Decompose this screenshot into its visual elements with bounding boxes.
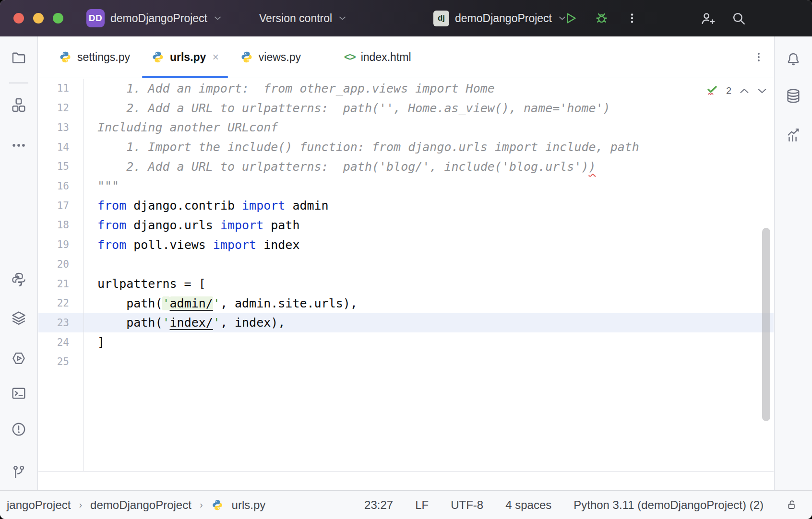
vcs-menu[interactable]: Version control: [259, 0, 346, 36]
code-line[interactable]: 14 1. Import the include() function: fro…: [38, 137, 774, 157]
code-text: 2. Add a URL to urlpatterns: path('blog/…: [84, 160, 596, 174]
python-file-icon: [211, 499, 224, 511]
more-actions-kebab-icon[interactable]: [624, 10, 640, 26]
breadcrumb-item[interactable]: demoDjangoProject: [90, 498, 191, 512]
tab-urls-py[interactable]: urls.py ×: [141, 36, 229, 78]
line-number[interactable]: 24: [38, 337, 84, 348]
search-everywhere-icon[interactable]: [730, 10, 747, 26]
tab-views-py[interactable]: views.py: [229, 36, 311, 78]
tab-label: index.html: [361, 51, 411, 64]
code-area: 11 1. Add an import: from other_app.view…: [38, 79, 774, 471]
editor-pane[interactable]: 11 1. Add an import: from other_app.view…: [38, 79, 774, 471]
project-menu[interactable]: DD demoDjangoProject: [86, 0, 221, 36]
problems-tool-icon[interactable]: [10, 420, 28, 438]
right-tool-window-bar: [774, 36, 812, 490]
code-line[interactable]: 11 1. Add an import: from other_app.view…: [38, 79, 774, 98]
code-line[interactable]: 24]: [38, 332, 774, 352]
code-line[interactable]: 19from poll.views import index: [38, 235, 774, 255]
python-interpreter-widget[interactable]: Python 3.11 (demoDjangoProject) (2): [573, 498, 764, 512]
code-with-me-add-user-icon[interactable]: [699, 10, 715, 26]
editor-tabbar: settings.py urls.py × views.py <> index.…: [38, 36, 774, 78]
code-line[interactable]: 13Including another URLconf: [38, 118, 774, 137]
django-run-badge: dj: [433, 11, 449, 26]
line-number[interactable]: 17: [38, 200, 84, 212]
version-control-tool-icon[interactable]: [10, 463, 28, 482]
database-tool-icon[interactable]: [784, 87, 802, 105]
tab-settings-py[interactable]: settings.py: [48, 36, 141, 78]
breadcrumb-item[interactable]: urls.py: [232, 498, 266, 512]
services-tool-icon[interactable]: [10, 349, 28, 367]
code-line[interactable]: 16""": [38, 177, 774, 196]
notifications-bell-icon[interactable]: [784, 50, 802, 68]
line-number[interactable]: 12: [38, 102, 84, 114]
statusbar-widgets: 23:27 LF UTF-8 4 spaces Python 3.11 (dem…: [364, 498, 798, 512]
breadcrumb: jangoProject › demoDjangoProject › urls.…: [7, 498, 265, 512]
toolbar-divider: [9, 83, 28, 83]
line-number[interactable]: 21: [38, 278, 84, 290]
run-button[interactable]: [562, 10, 579, 26]
project-tool-icon[interactable]: [10, 48, 28, 67]
unlocked-padlock-icon[interactable]: [786, 499, 798, 511]
code-line[interactable]: 23 path('index/', index),: [38, 313, 774, 333]
ide-window: DD demoDjangoProject Version control dj …: [0, 0, 812, 519]
minimize-window-button[interactable]: [33, 13, 44, 24]
previous-problem-chevron-up-icon[interactable]: [740, 88, 749, 94]
project-badge: DD: [86, 9, 105, 27]
code-line[interactable]: 20: [38, 254, 774, 274]
inspection-count: 2: [726, 85, 731, 96]
inspections-widget[interactable]: 2: [706, 83, 767, 98]
ai-assistant-chart-icon[interactable]: [784, 126, 802, 144]
code-text: 1. Import the include() function: from d…: [84, 140, 639, 154]
close-window-button[interactable]: [13, 13, 24, 24]
line-number[interactable]: 23: [38, 317, 84, 329]
code-line[interactable]: 21urlpatterns = [: [38, 274, 774, 294]
code-line[interactable]: 17from django.contrib import admin: [38, 196, 774, 215]
tab-label: settings.py: [77, 51, 130, 64]
tab-options-kebab-icon[interactable]: [752, 50, 766, 64]
code-line[interactable]: 18from django.urls import path: [38, 215, 774, 235]
zoom-window-button[interactable]: [53, 13, 63, 24]
encoding-widget[interactable]: UTF-8: [451, 498, 483, 512]
line-number[interactable]: 22: [38, 297, 84, 309]
editor-scrollbar[interactable]: [762, 228, 770, 421]
tab-index-html[interactable]: <> index.html: [334, 36, 422, 78]
code-text: 2. Add a URL to urlpatterns: path('', Ho…: [84, 101, 610, 115]
tab-label: views.py: [259, 51, 301, 64]
code-line[interactable]: 15 2. Add a URL to urlpatterns: path('bl…: [38, 157, 774, 177]
caret-position-widget[interactable]: 23:27: [364, 498, 393, 512]
indent-widget[interactable]: 4 spaces: [505, 498, 551, 512]
terminal-tool-icon[interactable]: [10, 384, 28, 402]
line-number[interactable]: 19: [38, 239, 84, 250]
line-number[interactable]: 18: [38, 219, 84, 231]
code-text: from django.urls import path: [84, 218, 299, 232]
line-number[interactable]: 20: [38, 259, 84, 270]
line-number[interactable]: 13: [38, 122, 84, 133]
code-line[interactable]: 22 path('admin/', admin.site.urls),: [38, 294, 774, 313]
code-text: ]: [84, 335, 105, 349]
tab-label: urls.py: [170, 51, 206, 64]
line-number[interactable]: 16: [38, 180, 84, 192]
line-number[interactable]: 14: [38, 142, 84, 153]
run-configuration-selector[interactable]: dj demoDjangoProject: [433, 0, 566, 36]
project-menu-label: demoDjangoProject: [110, 12, 207, 25]
chevron-right-icon: ›: [79, 499, 82, 510]
structure-tool-icon[interactable]: [10, 96, 28, 114]
close-tab-icon[interactable]: ×: [212, 52, 218, 63]
code-line[interactable]: 25: [38, 352, 774, 372]
code-text: urlpatterns = [: [84, 277, 206, 291]
python-file-icon: [151, 50, 165, 64]
debug-button[interactable]: [593, 10, 609, 26]
python-file-icon: [59, 50, 72, 64]
next-problem-chevron-down-icon[interactable]: [757, 88, 767, 94]
line-number[interactable]: 25: [38, 356, 84, 367]
python-packages-tool-icon[interactable]: [10, 271, 28, 289]
line-number[interactable]: 15: [38, 161, 84, 172]
run-configuration-label: demoDjangoProject: [455, 12, 552, 25]
line-number[interactable]: 11: [38, 83, 84, 94]
chevron-right-icon: ›: [200, 499, 203, 510]
more-tool-windows-icon[interactable]: [10, 136, 28, 154]
code-line[interactable]: 12 2. Add a URL to urlpatterns: path('',…: [38, 98, 774, 118]
line-separator-widget[interactable]: LF: [415, 498, 429, 512]
breadcrumb-item[interactable]: jangoProject: [7, 498, 71, 512]
layers-tool-icon[interactable]: [10, 309, 28, 327]
